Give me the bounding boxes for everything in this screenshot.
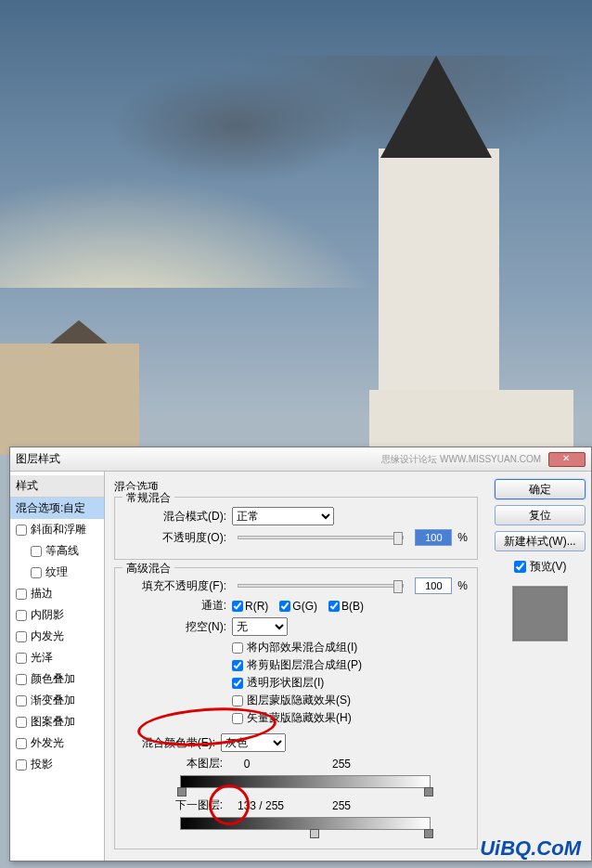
percent-label: % xyxy=(457,531,468,544)
sidebar-item-drop-shadow[interactable]: 投影 xyxy=(10,754,104,775)
underlying-label: 下一图层: xyxy=(169,797,223,813)
dialog-buttons-column: 确定 复位 新建样式(W)... 预览(V) xyxy=(489,472,591,861)
sidebar-item-inner-glow[interactable]: 内发光 xyxy=(10,626,104,647)
new-style-button[interactable]: 新建样式(W)... xyxy=(495,531,586,551)
texture-checkbox[interactable] xyxy=(31,567,42,578)
channels-label: 通道: xyxy=(124,598,226,614)
channel-b-checkbox[interactable] xyxy=(328,601,340,612)
close-icon[interactable] xyxy=(548,452,586,467)
preview-swatch xyxy=(512,586,568,641)
normal-blend-group: 常规混合 混合模式(D): 正常 不透明度(O): % xyxy=(114,497,478,560)
sidebar-item-gradient-overlay[interactable]: 渐变叠加 xyxy=(10,690,104,711)
sidebar-item-inner-shadow[interactable]: 内阴影 xyxy=(10,604,104,626)
blend-mode-label: 混合模式(D): xyxy=(124,509,226,525)
normal-blend-legend: 常规混合 xyxy=(122,490,174,506)
tower-roof xyxy=(380,56,492,158)
layer-mask-hide-checkbox[interactable] xyxy=(232,695,243,706)
sidebar-item-label: 渐变叠加 xyxy=(31,693,75,708)
blendif-select[interactable]: 灰色 xyxy=(221,733,286,752)
dialog-titlebar[interactable]: 图层样式 思缘设计论坛 WWW.MISSYUAN.COM xyxy=(10,447,591,472)
check-label: 图层蒙版隐藏效果(S) xyxy=(247,693,351,708)
drop-shadow-checkbox[interactable] xyxy=(16,759,27,771)
cancel-button[interactable]: 复位 xyxy=(495,505,586,525)
contour-checkbox[interactable] xyxy=(31,546,42,557)
channel-b-label: B(B) xyxy=(341,600,364,613)
channel-g-label: G(G) xyxy=(292,600,317,613)
inner-shadow-checkbox[interactable] xyxy=(16,610,27,621)
this-layer-white-stop[interactable] xyxy=(424,787,433,797)
sidebar-item-label: 颜色叠加 xyxy=(31,671,75,687)
sidebar-item-pattern-overlay[interactable]: 图案叠加 xyxy=(10,711,104,732)
stroke-checkbox[interactable] xyxy=(16,589,27,600)
dialog-title: 图层样式 xyxy=(16,451,60,467)
this-layer-gradient[interactable] xyxy=(180,775,431,788)
underlying-gradient[interactable] xyxy=(180,817,431,830)
sidebar-item-label: 光泽 xyxy=(31,650,53,666)
layer-style-dialog: 图层样式 思缘设计论坛 WWW.MISSYUAN.COM 样式 混合选项:自定 … xyxy=(9,447,592,862)
gradient-overlay-checkbox[interactable] xyxy=(16,695,27,706)
sidebar-item-bevel[interactable]: 斜面和浮雕 xyxy=(10,519,104,540)
sky-clouds xyxy=(0,56,592,288)
bevel-checkbox[interactable] xyxy=(16,525,27,536)
preview-label: 预览(V) xyxy=(530,559,567,575)
channel-g-checkbox[interactable] xyxy=(279,601,290,612)
this-layer-black-stop[interactable] xyxy=(177,787,187,797)
channel-r-checkbox[interactable] xyxy=(232,601,243,612)
color-overlay-checkbox[interactable] xyxy=(16,674,27,685)
watermark-text: 思缘设计论坛 WWW.MISSYUAN.COM xyxy=(381,453,541,466)
outer-glow-checkbox[interactable] xyxy=(16,738,27,749)
sidebar-item-label: 斜面和浮雕 xyxy=(31,522,86,538)
ok-button[interactable]: 确定 xyxy=(495,479,586,499)
sidebar-header: 样式 xyxy=(10,475,104,498)
preview-checkbox[interactable] xyxy=(514,561,526,573)
percent-label: % xyxy=(457,579,468,592)
blend-clipped-checkbox[interactable] xyxy=(232,660,243,671)
check-label: 矢量蒙版隐藏效果(H) xyxy=(247,710,352,726)
fill-opacity-slider[interactable] xyxy=(238,584,404,588)
advanced-blend-group: 高级混合 填充不透明度(F): % 通道: R(R) G(G) B(B) 挖空(… xyxy=(114,567,478,849)
underlying-black: 133 / 255 xyxy=(228,799,293,812)
channel-r-label: R(R) xyxy=(245,600,268,613)
footer-brand: UiBQ.CoM xyxy=(480,836,581,861)
fill-opacity-input[interactable] xyxy=(415,577,452,594)
sidebar-item-label: 描边 xyxy=(31,586,53,602)
sidebar-item-satin[interactable]: 光泽 xyxy=(10,647,104,668)
opacity-slider[interactable] xyxy=(238,536,404,539)
sidebar-item-label: 投影 xyxy=(31,757,53,772)
blend-interior-checkbox[interactable] xyxy=(232,642,243,654)
underlying-white: 255 xyxy=(332,799,351,812)
main-panel: 混合选项 常规混合 混合模式(D): 正常 不透明度(O): % 高级混合 填充… xyxy=(105,472,489,861)
this-layer-label: 本图层: xyxy=(180,756,223,771)
pattern-overlay-checkbox[interactable] xyxy=(16,717,27,728)
this-layer-white: 255 xyxy=(332,758,351,771)
sidebar-item-label: 内阴影 xyxy=(31,607,64,623)
sidebar-item-stroke[interactable]: 描边 xyxy=(10,583,104,604)
sidebar-item-label: 外发光 xyxy=(31,735,64,751)
sidebar-item-outer-glow[interactable]: 外发光 xyxy=(10,732,104,754)
inner-glow-checkbox[interactable] xyxy=(16,631,27,642)
blend-mode-select[interactable]: 正常 xyxy=(232,507,334,525)
advanced-blend-legend: 高级混合 xyxy=(122,561,174,577)
sidebar-item-blending-options[interactable]: 混合选项:自定 xyxy=(10,498,104,519)
sidebar-item-contour[interactable]: 等高线 xyxy=(10,540,104,562)
opacity-label: 不透明度(O): xyxy=(124,530,226,546)
sidebar-item-label: 等高线 xyxy=(45,543,79,559)
transparency-shapes-checkbox[interactable] xyxy=(232,678,243,689)
sidebar-item-texture[interactable]: 纹理 xyxy=(10,562,104,583)
sidebar-item-label: 内发光 xyxy=(31,628,64,644)
sidebar-item-label: 混合选项:自定 xyxy=(16,500,85,516)
vector-mask-hide-checkbox[interactable] xyxy=(232,713,243,724)
underlying-white-stop[interactable] xyxy=(424,829,433,838)
sidebar-item-label: 图案叠加 xyxy=(31,714,75,730)
knockout-select[interactable]: 无 xyxy=(232,617,288,636)
check-label: 透明形状图层(I) xyxy=(247,675,324,691)
house-left xyxy=(0,343,139,455)
knockout-label: 挖空(N): xyxy=(124,619,226,635)
this-layer-black: 0 xyxy=(228,758,265,771)
blendif-label: 混合颜色带(E): xyxy=(124,735,215,751)
check-label: 将内部效果混合成组(I) xyxy=(247,640,357,655)
sidebar-item-color-overlay[interactable]: 颜色叠加 xyxy=(10,668,104,690)
satin-checkbox[interactable] xyxy=(16,653,27,664)
opacity-input[interactable] xyxy=(415,529,452,546)
underlying-black-stop-split[interactable] xyxy=(310,829,319,838)
